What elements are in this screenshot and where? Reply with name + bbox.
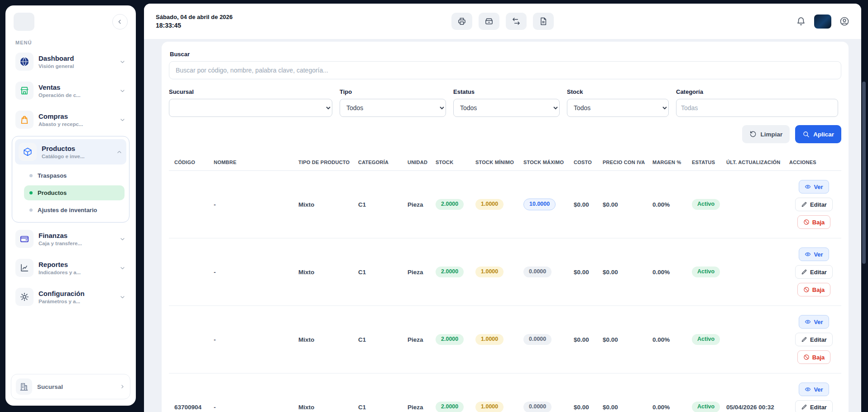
sidebar-item-text: FinanzasCaja y transfere... xyxy=(38,232,82,246)
categoria-input[interactable] xyxy=(676,99,838,117)
filter-label-tipo: Tipo xyxy=(340,88,446,95)
avatar[interactable] xyxy=(814,15,831,29)
stock-minimo-badge: 1.0000 xyxy=(475,267,504,277)
view-button[interactable]: Ver xyxy=(799,180,829,194)
deactivate-button[interactable]: Baja xyxy=(797,283,830,296)
products-panel: Buscar SucursalTipoTodosEstatusTodosStoc… xyxy=(162,42,849,412)
sidebar-item-configuracion[interactable]: ConfiguraciónParámetros y a... xyxy=(12,284,129,310)
scrollbar-thumb[interactable] xyxy=(862,82,866,264)
stock-cell: 2.0000 xyxy=(430,238,470,306)
stock-maximo-badge: 0.0000 xyxy=(523,267,551,277)
sucursal-select[interactable] xyxy=(169,99,332,117)
current-date: Sábado, 04 de abril de 2026 xyxy=(156,14,337,20)
acciones-cell: VerEditarBaja xyxy=(784,238,841,306)
filter-label-stock: Stock xyxy=(567,88,669,95)
report-file-icon xyxy=(539,17,548,26)
cash-drawer-icon xyxy=(484,17,494,26)
sidebar-item-subtitle: Catálogo e inve... xyxy=(42,154,85,159)
eye-icon xyxy=(805,386,811,393)
acciones-cell: VerEditarBaja xyxy=(784,306,841,373)
categoria-cell: C1 xyxy=(353,238,402,306)
notifications-button[interactable] xyxy=(796,16,806,26)
column-header-0: CÓDIGO xyxy=(169,155,208,171)
chevron-right-icon xyxy=(119,383,125,390)
search-label: Buscar xyxy=(170,51,841,58)
actualizacion-cell xyxy=(721,306,784,373)
report-file-button[interactable] xyxy=(533,13,554,30)
view-button-label: Ver xyxy=(814,386,823,393)
sidebar-subitem-productos[interactable]: Productos xyxy=(24,185,125,200)
table-row: -MixtoC1Pieza2.00001.00000.0000$0.00$0.0… xyxy=(169,306,841,373)
submenu-productos: TraspasosProductosAjustes de inventario xyxy=(15,165,126,219)
gear-icon xyxy=(15,288,34,306)
estatus-badge: Activo xyxy=(692,267,720,277)
cash-drawer-button[interactable] xyxy=(479,13,499,30)
chevron-down-icon xyxy=(119,265,126,271)
sidebar-item-subtitle: Caja y transfere... xyxy=(38,241,82,246)
unidad-cell: Pieza xyxy=(402,306,430,373)
sidebar-item-title: Reportes xyxy=(38,261,81,268)
view-button[interactable]: Ver xyxy=(799,383,829,396)
building-icon xyxy=(16,378,32,395)
estatus-cell: Activo xyxy=(686,171,721,238)
costo-cell: $0.00 xyxy=(568,306,597,373)
stock-minimo-badge: 1.0000 xyxy=(475,334,504,345)
filter-field-sucursal: Sucursal xyxy=(169,88,332,117)
costo-cell: $0.00 xyxy=(568,238,597,306)
filter-label-estatus: Estatus xyxy=(453,88,560,95)
stock-minimo-cell: 1.0000 xyxy=(470,373,518,412)
account-button[interactable] xyxy=(839,16,849,26)
deactivate-button[interactable]: Baja xyxy=(797,215,830,229)
submenu-item-label: Traspasos xyxy=(38,172,67,179)
edit-button[interactable]: Editar xyxy=(795,265,833,279)
edit-button[interactable]: Editar xyxy=(795,333,833,346)
chevron-down-icon xyxy=(119,87,126,94)
sidebar-subitem-traspasos[interactable]: Traspasos xyxy=(24,168,125,183)
estatus-badge: Activo xyxy=(692,199,720,210)
pos-printer-button[interactable] xyxy=(451,13,472,30)
account-icon xyxy=(839,16,849,26)
app-root: MENÚ DashboardVisión generalVentasOperac… xyxy=(0,0,868,412)
apply-filters-button[interactable]: Aplicar xyxy=(795,125,841,143)
stock-select[interactable]: Todos xyxy=(567,99,669,117)
sidebar-item-finanzas[interactable]: FinanzasCaja y transfere... xyxy=(12,226,129,252)
actualizacion-cell xyxy=(721,171,784,238)
search-input[interactable] xyxy=(169,61,841,79)
column-header-1: NOMBRE xyxy=(208,155,293,171)
column-header-3: CATEGORÍA xyxy=(353,155,402,171)
tipo-select[interactable]: Todos xyxy=(340,99,446,117)
transfer-button[interactable] xyxy=(506,13,527,30)
edit-button[interactable]: Editar xyxy=(795,400,833,412)
edit-button[interactable]: Editar xyxy=(795,198,833,211)
row-actions: VerEditarBaja xyxy=(789,383,839,412)
quick-actions xyxy=(337,13,668,30)
sidebar-item-productos[interactable]: ProductosCatálogo e inve... xyxy=(15,139,126,165)
pos-printer-icon xyxy=(457,17,466,26)
row-actions: VerEditarBaja xyxy=(789,180,839,229)
sidebar-item-reportes[interactable]: ReportesIndicadores y a... xyxy=(12,255,129,281)
margen-cell: 0.00% xyxy=(647,238,686,306)
sidebar-item-text: ConfiguraciónParámetros y a... xyxy=(38,290,85,304)
stock-cell: 2.0000 xyxy=(430,373,470,412)
view-button[interactable]: Ver xyxy=(799,315,829,329)
branch-selector[interactable]: Sucursal xyxy=(11,374,130,399)
sidebar-item-compras[interactable]: ComprasAbasto y recepc... xyxy=(12,107,129,132)
table-row: -MixtoC1Pieza2.00001.00000.0000$0.00$0.0… xyxy=(169,238,841,306)
view-button[interactable]: Ver xyxy=(799,247,829,261)
margen-cell: 0.00% xyxy=(647,373,686,412)
deactivate-button[interactable]: Baja xyxy=(797,350,830,364)
sidebar-item-dashboard[interactable]: DashboardVisión general xyxy=(12,49,129,74)
sidebar-subitem-ajustes-inventario[interactable]: Ajustes de inventario xyxy=(24,203,125,218)
chevron-down-icon xyxy=(119,116,126,123)
unidad-cell: Pieza xyxy=(402,373,430,412)
menu-section-label: MENÚ xyxy=(11,34,130,49)
clear-filters-button[interactable]: Limpiar xyxy=(742,125,790,143)
eye-icon xyxy=(805,184,811,190)
sidebar-item-ventas[interactable]: VentasOperación de c... xyxy=(12,78,129,103)
sidebar-collapse-button[interactable] xyxy=(112,14,128,29)
filter-actions: Limpiar Aplicar xyxy=(169,125,841,143)
estatus-select[interactable]: Todos xyxy=(453,99,560,117)
nombre-cell: - xyxy=(208,171,293,238)
column-header-8: COSTO xyxy=(568,155,597,171)
bullet-dot-icon xyxy=(29,191,33,194)
